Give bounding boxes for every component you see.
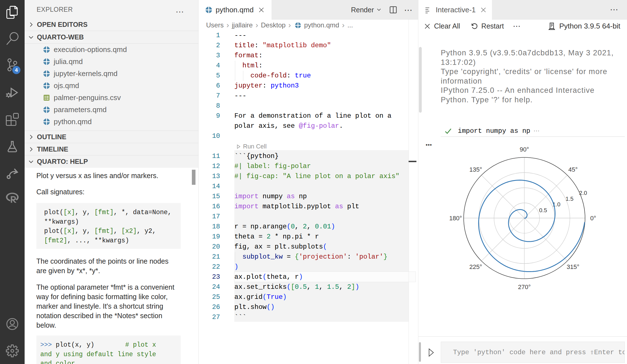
svg-text:2.0: 2.0 bbox=[579, 190, 587, 196]
svg-text:180°: 180° bbox=[449, 215, 462, 222]
svg-text:0.5: 0.5 bbox=[539, 207, 547, 213]
svg-text:0°: 0° bbox=[590, 215, 596, 222]
svg-text:270°: 270° bbox=[518, 283, 531, 290]
svg-text:90°: 90° bbox=[520, 146, 529, 153]
svg-text:1.5: 1.5 bbox=[565, 195, 574, 202]
svg-text:225°: 225° bbox=[469, 263, 482, 270]
svg-text:315°: 315° bbox=[567, 263, 579, 270]
svg-text:135°: 135° bbox=[469, 166, 482, 173]
svg-text:45°: 45° bbox=[568, 166, 578, 173]
